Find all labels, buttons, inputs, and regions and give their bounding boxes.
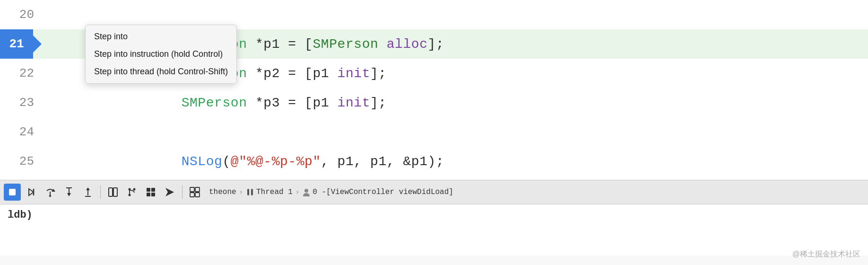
continue-icon <box>26 187 36 197</box>
code-text: ]; <box>428 37 444 52</box>
svg-rect-24 <box>195 187 200 192</box>
threads-button[interactable] <box>186 184 203 201</box>
code-text: ( <box>222 154 230 169</box>
separator-1 <box>100 186 101 199</box>
svg-point-29 <box>304 189 308 193</box>
line-number-20: 20 <box>0 8 43 22</box>
stop-icon <box>8 188 17 196</box>
code-line-26: 26 NSLog(@"%@,-%p,-%p", p2, p2, &p2); <box>0 176 868 180</box>
branch-icon <box>127 187 137 197</box>
line-number-23: 23 <box>0 96 43 110</box>
person-icon <box>302 188 311 196</box>
dropdown-item-step-into-thread[interactable]: Step into thread (hold Control-Shift) <box>86 63 236 80</box>
svg-rect-21 <box>151 193 155 196</box>
svg-rect-0 <box>9 189 16 195</box>
watermark: @稀土掘金技术社区 <box>792 249 860 259</box>
frame-icon <box>108 187 118 197</box>
console-area: ldb) <box>0 204 868 256</box>
step-over-button[interactable] <box>42 184 59 201</box>
svg-rect-23 <box>190 187 194 192</box>
line-number-22: 22 <box>0 66 43 80</box>
code-text: ]; <box>370 66 387 81</box>
toolbar: theone › Thread 1 › 0 -[ViewController v… <box>0 180 868 204</box>
breadcrumb-frame[interactable]: 0 -[ViewController viewDidLoad] <box>302 188 453 196</box>
layout-button[interactable] <box>142 184 159 201</box>
code-text <box>148 154 181 169</box>
svg-marker-1 <box>29 189 34 195</box>
step-out-icon <box>83 187 93 197</box>
code-text <box>378 37 386 52</box>
smclass-1: SMPerson <box>312 37 378 52</box>
string-format-1: @"%@-%p-%p" <box>231 154 321 169</box>
frame-name: 0 -[ViewController viewDidLoad] <box>312 188 453 196</box>
stop-button[interactable] <box>4 184 21 201</box>
breadcrumb-thread[interactable]: Thread 1 <box>246 188 293 196</box>
step-into-button[interactable] <box>61 184 78 201</box>
thread-icon <box>246 188 254 196</box>
code-text: , p1, p1, &p1); <box>321 154 444 169</box>
code-text: ]; <box>370 96 387 110</box>
branch-button[interactable] <box>123 184 140 201</box>
svg-rect-12 <box>109 188 113 196</box>
method-init-2: init <box>338 96 370 110</box>
active-line-number-wrapper: 21 <box>0 29 33 59</box>
step-into-dropdown: Step into Step into instruction (hold Co… <box>85 25 237 84</box>
svg-rect-28 <box>251 189 253 195</box>
separator-2 <box>182 186 182 199</box>
dropdown-item-step-into[interactable]: Step into <box>86 28 236 45</box>
svg-rect-27 <box>247 189 249 195</box>
location-icon <box>165 187 175 197</box>
svg-marker-22 <box>165 188 174 196</box>
code-text: *p2 = [p1 <box>247 66 338 81</box>
line-content-25: NSLog(@"%@-%p-%p", p1, p1, &p1); <box>43 140 444 180</box>
svg-rect-26 <box>195 193 200 197</box>
method-init-1: init <box>338 66 370 81</box>
code-text <box>148 96 181 110</box>
code-text: *p3 = [p1 <box>247 96 338 110</box>
code-text: *p1 = [ <box>247 37 313 52</box>
method-alloc: alloc <box>387 37 428 52</box>
frame-button[interactable] <box>104 184 122 201</box>
console-text: ldb) <box>8 209 33 221</box>
step-into-icon <box>64 187 74 197</box>
svg-rect-20 <box>147 193 150 196</box>
breadcrumb-sep-2: › <box>295 188 299 196</box>
threads-icon <box>190 187 200 197</box>
app-name: theone <box>209 188 236 196</box>
svg-rect-18 <box>147 188 150 192</box>
layout-icon <box>146 187 156 197</box>
location-button[interactable] <box>161 184 178 201</box>
code-line-25: 25 NSLog(@"%@-%p-%p", p1, p1, &p1); <box>0 147 868 176</box>
svg-rect-19 <box>151 188 155 192</box>
svg-marker-5 <box>49 195 52 197</box>
step-out-button[interactable] <box>79 184 96 201</box>
svg-point-15 <box>129 194 131 196</box>
svg-rect-25 <box>190 193 194 197</box>
smtype-3: SMPerson <box>182 96 247 110</box>
line-content-26: NSLog(@"%@,-%p,-%p", p2, p2, &p2); <box>43 176 477 180</box>
svg-point-16 <box>133 188 136 191</box>
line-number-25: 25 <box>0 154 43 168</box>
step-over-icon <box>45 187 55 197</box>
svg-marker-7 <box>67 193 71 196</box>
func-nslog-1: NSLog <box>182 154 223 169</box>
breadcrumb-sep-1: › <box>239 188 243 196</box>
svg-rect-13 <box>113 188 117 196</box>
svg-marker-10 <box>86 187 90 190</box>
code-line-23: 23 SMPerson *p3 = [p1 init]; <box>0 88 868 117</box>
dropdown-item-step-into-instruction[interactable]: Step into instruction (hold Control) <box>86 45 236 63</box>
thread-name: Thread 1 <box>256 188 293 196</box>
line-number-24: 24 <box>0 125 43 139</box>
breadcrumb-app[interactable]: theone <box>209 188 236 196</box>
line-number-21: 21 <box>0 29 33 59</box>
continue-button[interactable] <box>23 184 40 201</box>
breadcrumb: theone › Thread 1 › 0 -[ViewController v… <box>209 188 453 196</box>
